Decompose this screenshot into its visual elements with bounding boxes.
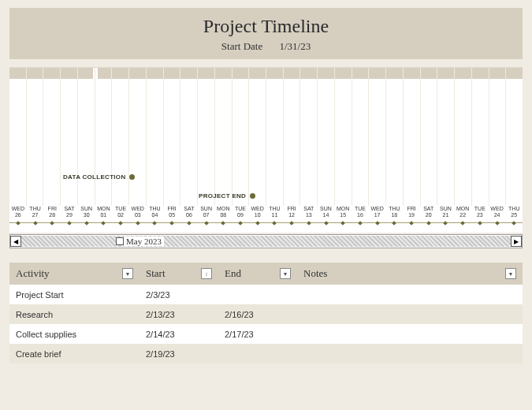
filter-button[interactable]: ▼ [280,268,291,279]
table-row[interactable]: Create brief2/19/23 [9,344,523,363]
col-label: End [225,267,241,280]
axis-day: FRI28 [43,206,61,222]
col-header-notes: Notes ▼ [297,267,523,280]
cell-end: 2/17/23 [218,330,297,339]
axis-day: MON08 [214,206,232,222]
cell-activity: Collect supplies [9,330,140,339]
col-label: Notes [303,267,327,280]
axis-day: MON15 [334,206,352,222]
cell-start: 2/13/23 [140,310,218,319]
cell-activity: Create brief [9,349,140,359]
axis-day: SAT20 [420,206,437,222]
axis-day: TUE09 [232,206,249,222]
activity-table: Activity ▼ Start ↕ End ▼ Notes ▼ Project… [9,263,523,363]
axis-day: SUN07 [198,206,215,222]
col-label: Activity [16,267,50,280]
timeline-chart: DATA COLLECTIONPROJECT END WED26THU27FRI… [9,67,523,233]
axis-day: FRI05 [163,206,180,222]
table-row[interactable]: Project Start2/3/23 [9,285,523,304]
axis-day: WED10 [249,206,266,222]
start-date-label: Start Date [221,40,262,52]
axis-day: THU18 [385,206,403,222]
axis-day: TUE02 [112,206,129,222]
col-header-activity: Activity ▼ [9,267,140,280]
table-row[interactable]: Research2/13/232/16/23 [9,304,523,324]
axis-day: THU27 [27,206,44,222]
axis-day: WED03 [129,206,147,222]
axis-day: THU25 [505,206,523,222]
milestone-marker: PROJECT END [199,192,255,199]
scroll-track[interactable]: May 2023 [21,236,511,247]
timeline-markers: DATA COLLECTIONPROJECT END [9,88,523,206]
timeline-axis: WED26THU27FRI28SAT29SUN30MON01TUE02WED03… [9,206,523,222]
table-header-row: Activity ▼ Start ↕ End ▼ Notes ▼ [9,263,523,285]
axis-day: FRI19 [403,206,420,222]
axis-day: FRI12 [283,206,300,222]
table-row[interactable]: Collect supplies2/14/232/17/23 [9,324,523,344]
subheading: Start Date 1/31/23 [9,40,523,53]
col-header-start: Start ↕ [140,267,218,280]
sort-button[interactable]: ↕ [201,268,212,279]
cell-activity: Project Start [9,290,140,300]
axis-day: SUN30 [78,206,95,222]
milestone-dot-icon [250,193,255,199]
axis-day: MON01 [95,206,113,222]
cell-end: 2/16/23 [218,310,297,319]
milestone-dot-icon [129,174,135,180]
cell-start: 2/3/23 [140,290,218,300]
scroll-left-button[interactable]: ◀ [10,236,21,247]
scroll-right-button[interactable]: ▶ [511,236,522,247]
axis-day: SAT13 [300,206,318,222]
milestone-marker: DATA COLLECTION [63,173,135,181]
header-bar: Project Timeline Start Date 1/31/23 [9,8,523,59]
axis-day: MON22 [454,206,471,222]
start-date-value: 1/31/23 [279,40,311,52]
scroll-month-label: May 2023 [124,237,164,246]
milestone-label: DATA COLLECTION [63,173,125,181]
axis-day: TUE23 [471,206,489,222]
col-header-end: End ▼ [218,267,297,280]
page-title: Project Timeline [9,16,523,37]
axis-day: SAT06 [180,206,198,222]
cell-start: 2/14/23 [140,330,218,339]
axis-day: WED24 [489,206,506,222]
axis-day: TUE16 [352,206,369,222]
axis-day: WED26 [9,206,27,222]
axis-day: THU11 [266,206,284,222]
milestone-label: PROJECT END [199,192,246,199]
timeline-scrollbar[interactable]: ◀ May 2023 ▶ [9,234,523,248]
filter-button[interactable]: ▼ [505,268,516,279]
axis-day: WED17 [369,206,386,222]
cell-start: 2/19/23 [140,349,218,359]
table-body: Project Start2/3/23Research2/13/232/16/2… [9,285,523,363]
axis-day: THU04 [147,206,164,222]
cell-activity: Research [9,310,140,319]
axis-day: SUN14 [318,206,335,222]
col-label: Start [146,267,166,280]
scroll-thumb[interactable] [116,237,124,245]
filter-button[interactable]: ▼ [122,268,133,279]
axis-day: SAT29 [61,206,78,222]
axis-day: SUN21 [437,206,455,222]
